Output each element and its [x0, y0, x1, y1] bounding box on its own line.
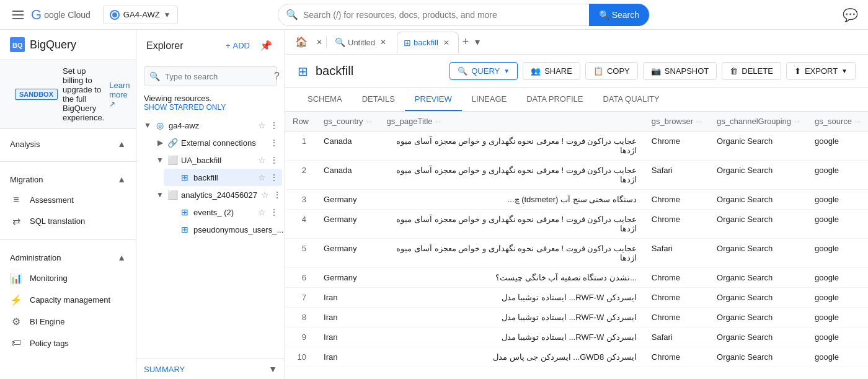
tree-item-pseudo[interactable]: ⊞ pseudonymous_users_... ☆ ⋮	[164, 221, 282, 238]
explorer-search-wrapper: 🔍 ?	[144, 66, 277, 86]
query-btn-label: QUERY	[471, 66, 500, 76]
cell-country: Canada	[316, 132, 379, 161]
table-row: 7 Iran ایسردکن RWF-W... ایستاده توشیبا م…	[285, 288, 868, 308]
explorer-search-input[interactable]	[165, 72, 269, 81]
analysis-header[interactable]: Analysis ▲	[0, 134, 136, 154]
migration-label: Migration	[10, 175, 43, 184]
more-icon[interactable]: ⋮	[268, 171, 280, 184]
search-button[interactable]: 🔍 Search	[589, 4, 649, 26]
col-resize-icon-2[interactable]: ⇿	[435, 117, 441, 126]
tab-untitled[interactable]: 🔍 Untitled ✕	[328, 31, 396, 53]
more-icon[interactable]: ⋮	[272, 189, 283, 201]
cell-row-num: 1	[285, 132, 316, 161]
root-label: ga4-awz	[166, 121, 257, 130]
col-resize-icon-5[interactable]: ⇿	[854, 117, 861, 126]
more-icon[interactable]: ⋮	[268, 154, 280, 166]
cell-pagetitle: دستگاه سختی سنج آب (tdsmeter) چ...	[379, 190, 644, 210]
table-row: 2 Canada عجایب دراکون فروت ! معرفی نحوه …	[285, 161, 868, 190]
show-starred-button[interactable]: SHOW STARRED ONLY	[144, 103, 277, 112]
search-input[interactable]	[303, 10, 584, 20]
divider-1	[0, 161, 136, 162]
star-icon[interactable]: ☆	[257, 171, 267, 184]
delete-button[interactable]: 🗑 DELETE	[722, 62, 781, 80]
sidebar-item-monitoring[interactable]: 📊 Monitoring	[0, 267, 131, 289]
tab-overflow-button[interactable]: ▾	[472, 33, 482, 50]
external-label: External connections	[179, 138, 268, 148]
cell-channel: Organic Search	[709, 328, 807, 347]
query-icon: 🔍	[335, 37, 345, 47]
star-icon[interactable]: ☆	[257, 206, 267, 218]
main-content: 🏠 ✕ 🔍 Untitled ✕ ⊞ backfill ✕ + ▾ ⊞ back…	[285, 30, 868, 379]
more-icon[interactable]: ⋮	[268, 206, 280, 218]
administration-header[interactable]: Administration ▲	[0, 247, 136, 267]
help-icon[interactable]: 💬	[843, 7, 858, 22]
col-header-source: gs_source⇿	[807, 112, 868, 132]
col-header-row: Row	[285, 112, 316, 132]
export-button[interactable]: ⬆ EXPORT ▼	[786, 62, 856, 80]
star-icon[interactable]: ☆	[257, 154, 267, 166]
untitled-close-button[interactable]: ✕	[378, 35, 389, 49]
cell-country: Iran	[316, 308, 379, 328]
tree-item-root[interactable]: ▼ ◎ ga4-awz ☆ ⋮	[139, 117, 282, 134]
tab-data-quality[interactable]: DATA QUALITY	[593, 88, 669, 111]
cell-browser: Safari	[644, 328, 709, 347]
help-circle-icon[interactable]: ?	[274, 71, 280, 82]
more-icon[interactable]: ⋮	[268, 119, 280, 132]
preview-table: Row gs_country⇿ gs_pageTitle⇿ gs_browser…	[285, 112, 868, 367]
tab-preview[interactable]: PREVIEW	[405, 88, 462, 111]
cell-source: google	[807, 132, 868, 161]
col-resize-icon[interactable]: ⇿	[366, 117, 372, 126]
tree-item-analytics[interactable]: ▼ ⬜ analytics_240456027 ☆ ⋮	[151, 186, 282, 203]
tree-item-ua-backfill[interactable]: ▼ ⬜ UA_backfill ☆ ⋮	[151, 151, 282, 169]
new-tab-button[interactable]: +	[460, 33, 472, 51]
tree-item-events[interactable]: ⊞ events_ (2) ☆ ⋮	[164, 203, 282, 221]
cell-row-num: 4	[285, 210, 316, 239]
migration-header[interactable]: Migration ▲	[0, 169, 136, 189]
share-button[interactable]: 👥 SHARE	[523, 62, 580, 80]
summary-footer[interactable]: SUMMARY ▼	[136, 359, 285, 379]
backfill-close-button[interactable]: ✕	[441, 36, 452, 50]
snapshot-label: SNAPSHOT	[665, 66, 709, 76]
add-button[interactable]: + ADD	[221, 38, 255, 53]
sidebar-item-sql-translation[interactable]: ⇄ SQL translation	[0, 210, 131, 232]
cell-row-num: 3	[285, 190, 316, 210]
viewing-text: Viewing resources.	[144, 94, 277, 103]
col-resize-icon-4[interactable]: ⇿	[794, 117, 800, 126]
sidebar: BQ BigQuery SANDBOX Set up billing to up…	[0, 30, 136, 379]
query-chevron-icon: ▼	[503, 68, 510, 74]
col-resize-icon-3[interactable]: ⇿	[696, 117, 702, 126]
star-icon[interactable]: ☆	[260, 189, 270, 201]
tab-data-profile[interactable]: DATA PROFILE	[516, 88, 593, 111]
query-button[interactable]: 🔍 QUERY ▼	[450, 62, 518, 80]
tab-home-button[interactable]: 🏠	[290, 32, 312, 51]
snapshot-button[interactable]: 📷 SNAPSHOT	[643, 62, 717, 80]
cell-pagetitle: ایسردکن RWF-W... ایستاده توشیبا مدل	[379, 308, 644, 328]
connection-icon: 🔗	[166, 138, 179, 148]
tree-item-backfill[interactable]: ⊞ backfill ☆ ⋮	[164, 169, 282, 186]
hamburger-button[interactable]	[10, 8, 26, 22]
untitled-tab-label: Untitled	[348, 38, 375, 47]
learn-more-link[interactable]: Learn more ↗	[109, 81, 130, 109]
pin-button[interactable]: 📌	[257, 37, 275, 54]
tab-home-close[interactable]: ✕	[314, 35, 325, 49]
table-row: 4 Germany عجایب دراکون فروت ! معرفی نحوه…	[285, 210, 868, 239]
more-icon[interactable]: ⋮	[268, 136, 280, 149]
tab-lineage[interactable]: LINEAGE	[462, 88, 516, 111]
cell-channel: Organic Search	[709, 161, 807, 190]
export-label: EXPORT	[805, 66, 838, 76]
sidebar-item-assessment[interactable]: ≡ Assessment	[0, 189, 131, 210]
search-button-icon: 🔍	[599, 10, 609, 20]
sidebar-item-capacity[interactable]: ⚡ Capacity management	[0, 289, 131, 311]
tree-item-external[interactable]: ▶ 🔗 External connections ⋮	[151, 134, 282, 151]
tab-details[interactable]: DETAILS	[352, 88, 405, 111]
cell-pagetitle: ایسردکن GWD8... ایسردکن جی پاس مدل	[379, 347, 644, 367]
copy-button[interactable]: 📋 COPY	[585, 62, 638, 80]
sidebar-item-bi-engine[interactable]: ⚙ BI Engine	[0, 311, 131, 332]
project-selector[interactable]: GA4-AWZ ▼	[103, 6, 178, 24]
dataset-icon-2: ⬜	[166, 190, 179, 200]
tab-backfill[interactable]: ⊞ backfill ✕	[397, 32, 459, 53]
sidebar-item-policy-tags[interactable]: 🏷 Policy tags	[0, 332, 131, 354]
plus-icon: +	[226, 41, 231, 50]
star-icon[interactable]: ☆	[257, 119, 267, 132]
tab-schema[interactable]: SCHEMA	[298, 88, 352, 111]
